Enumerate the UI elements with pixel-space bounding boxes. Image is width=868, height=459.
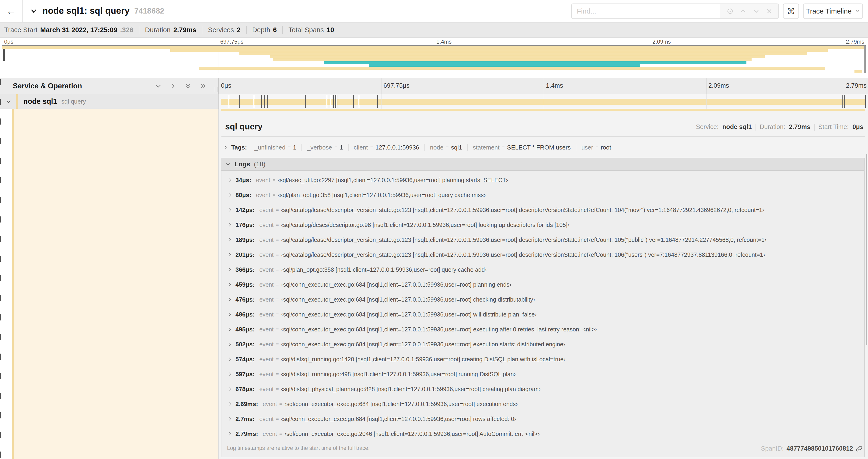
tags-row[interactable]: Tags: _unfinished=1_verbose=1client=127.…: [223, 141, 863, 154]
expand-one-button[interactable]: [154, 82, 162, 90]
log-entry[interactable]: 678μs:event=‹sql/distsql_physical_planne…: [221, 382, 864, 396]
match-target-icon[interactable]: [726, 7, 734, 15]
span-row-label[interactable]: node sql1 sql query: [0, 94, 218, 109]
trace-summary-bar: Trace Start March 31 2022, 17:25:09.326 …: [0, 23, 868, 38]
find-controls: [720, 4, 778, 19]
grid-line: [544, 78, 544, 94]
deep-link-icon[interactable]: [856, 446, 862, 452]
log-key: event: [263, 401, 277, 407]
span-detail-header[interactable]: sql query Service:node sql1 Duration:2.7…: [225, 117, 863, 132]
span-duration-bar[interactable]: [221, 99, 865, 105]
minimap-right-drag-handle[interactable]: [864, 46, 866, 73]
expand-all-button[interactable]: [184, 82, 192, 90]
trace-id: 7418682: [134, 6, 164, 15]
chevron-right-icon: [227, 431, 232, 436]
minimap-canvas[interactable]: [2, 45, 866, 73]
chevron-right-icon: [223, 145, 228, 150]
log-marker: [353, 95, 354, 108]
keyboard-shortcuts-button[interactable]: ⌘: [783, 3, 799, 19]
log-marker: [305, 95, 306, 108]
log-time: 142μs:: [236, 206, 254, 214]
column-resizer[interactable]: [215, 87, 217, 92]
log-entry[interactable]: 34μs:event=‹sql/exec_util.go:2297 [nsql1…: [221, 173, 864, 188]
trace-collapse-chevron[interactable]: [30, 7, 38, 15]
chevron-right-icon: [227, 327, 232, 332]
tag-value: sql1: [451, 144, 462, 151]
log-entry[interactable]: 597μs:event=‹sql/distsql_running.go:498 …: [221, 367, 864, 382]
divider: [221, 136, 865, 137]
span-id-row: SpanID: 4877749850101760812: [761, 445, 862, 452]
depth-value: 6: [273, 26, 277, 34]
chevron-right-icon: [169, 83, 177, 90]
left-scrollbar[interactable]: [0, 79, 1, 459]
log-entry[interactable]: 2.7ms:event=‹sql/conn_executor_exec.go:6…: [221, 412, 864, 426]
log-key: event: [259, 356, 274, 363]
minimap-span: [369, 64, 640, 67]
log-equals: =: [276, 252, 279, 258]
span-row: node sql1 sql query: [0, 94, 868, 109]
log-time: 502μs:: [236, 341, 254, 348]
logs-block: Logs (18) 34μs:event=‹sql/exec_util.go:2…: [221, 158, 865, 457]
detail-row-left-gutter: [0, 109, 218, 459]
log-entry[interactable]: 176μs:event=‹sql/catalog/descs/descripto…: [221, 217, 864, 232]
command-icon: ⌘: [787, 6, 795, 16]
find-input[interactable]: [572, 4, 720, 19]
span-collapse-chevron[interactable]: [6, 98, 12, 104]
tag-item: _unfinished=1: [249, 144, 302, 151]
log-key: event: [259, 252, 274, 258]
chevron-right-icon: [227, 357, 232, 362]
chevron-right-icon: [227, 342, 232, 347]
log-entry[interactable]: 495μs:event=‹sql/conn_executor_exec.go:6…: [221, 322, 864, 337]
total-spans-value: 10: [327, 26, 334, 34]
log-time: 459μs:: [236, 281, 254, 288]
tick-label: 697.75μs: [220, 38, 243, 45]
logs-header[interactable]: Logs (18): [221, 158, 864, 171]
log-marker: [327, 95, 328, 108]
log-key: event: [259, 326, 274, 333]
chevron-right-icon: [227, 237, 232, 242]
chevron-right-icon: [227, 207, 232, 212]
log-time: 476μs:: [236, 296, 254, 303]
find-prev-button[interactable]: [739, 7, 747, 15]
log-entry[interactable]: 80μs:event=‹sql/plan_opt.go:358 [nsql1,c…: [221, 188, 864, 202]
find-next-button[interactable]: [752, 7, 760, 15]
span-detail-title: sql query: [225, 122, 262, 132]
log-value: ‹sql/conn_executor_exec.go:684 [nsql1,cl…: [281, 326, 597, 333]
log-entry[interactable]: 574μs:event=‹sql/distsql_running.go:1420…: [221, 352, 864, 367]
log-value: ‹sql/conn_executor_exec.go:684 [nsql1,cl…: [281, 311, 537, 318]
view-selector-dropdown[interactable]: Trace Timeline: [803, 3, 863, 19]
log-entry[interactable]: 201μs:event=‹sql/catalog/lease/descripto…: [221, 247, 864, 262]
chevron-right-icon: [227, 387, 232, 391]
service-color-band: [12, 109, 14, 459]
log-key: event: [259, 371, 274, 378]
log-value: ‹sql/conn_executor_exec.go:684 [nsql1,cl…: [281, 341, 565, 348]
log-entry[interactable]: 502μs:event=‹sql/conn_executor_exec.go:6…: [221, 337, 864, 352]
log-entry[interactable]: 486μs:event=‹sql/conn_executor_exec.go:6…: [221, 307, 864, 322]
log-entry[interactable]: 476μs:event=‹sql/conn_executor_exec.go:6…: [221, 292, 864, 307]
minimap-span: [270, 55, 765, 58]
minimap-tick-labels: 0μs697.75μs1.4ms2.09ms2.79ms: [2, 38, 866, 44]
log-entry[interactable]: 189μs:event=‹sql/catalog/lease/descripto…: [221, 232, 864, 247]
find-clear-button[interactable]: [765, 7, 773, 15]
log-time: 597μs:: [236, 371, 254, 378]
log-entry[interactable]: 366μs:event=‹sql/plan_opt.go:358 [nsql1,…: [221, 262, 864, 277]
log-marker: [239, 95, 240, 108]
collapse-all-button[interactable]: [199, 82, 207, 90]
log-time: 80μs:: [236, 192, 251, 199]
log-entry[interactable]: 2.79ms:event=‹sql/conn_executor_exec.go:…: [221, 426, 864, 441]
log-entry[interactable]: 2.69ms:event=‹sql/conn_executor_exec.go:…: [221, 396, 864, 412]
span-id-value: 4877749850101760812: [786, 445, 853, 452]
log-time: 189μs:: [236, 236, 254, 243]
log-equals: =: [279, 401, 282, 407]
log-entry[interactable]: 459μs:event=‹sql/conn_executor_exec.go:6…: [221, 277, 864, 292]
collapse-one-button[interactable]: [169, 82, 177, 90]
back-button[interactable]: ←: [0, 0, 23, 22]
chevron-down-icon: [225, 161, 231, 167]
chevron-up-icon: [740, 8, 747, 15]
tag-equals: =: [595, 144, 598, 150]
vertical-scrollbar-thumb[interactable]: [866, 154, 867, 345]
log-time: 678μs:: [236, 386, 254, 393]
tag-item: _verbose=1: [302, 144, 348, 151]
log-equals: =: [276, 416, 279, 422]
log-entry[interactable]: 142μs:event=‹sql/catalog/lease/descripto…: [221, 202, 864, 217]
